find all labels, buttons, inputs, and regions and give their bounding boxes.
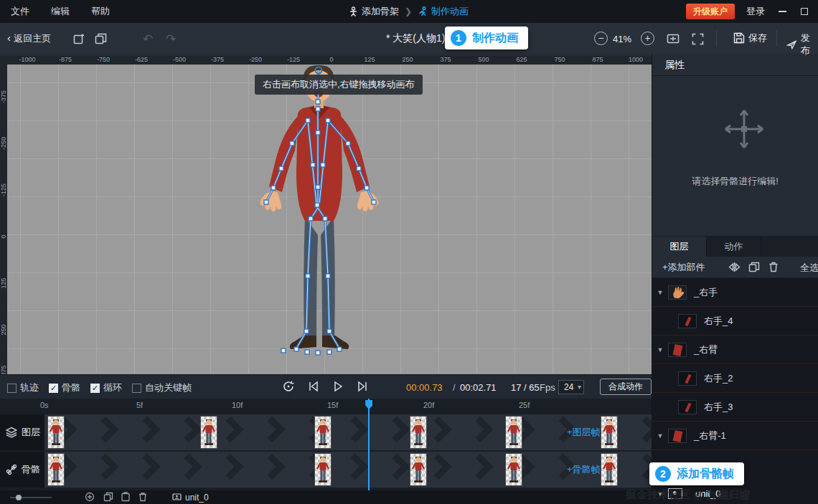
ruler-label: -750: [97, 56, 110, 63]
timeline-zoom-slider[interactable]: [10, 497, 52, 498]
maximize-icon: [801, 8, 808, 15]
toggle-bones[interactable]: 骨骼: [49, 381, 80, 394]
chevron-down-icon[interactable]: [652, 289, 668, 296]
add-part-button[interactable]: +添加部件: [662, 261, 705, 274]
back-home-button[interactable]: 返回主页: [7, 32, 51, 45]
zoom-in-icon[interactable]: +: [641, 32, 654, 45]
keyframe-thumbnail[interactable]: [601, 453, 618, 486]
add-bone-frame-button[interactable]: +骨骼帧: [567, 463, 601, 476]
step-add-skeleton-label: 添加骨架: [362, 5, 399, 18]
animation-canvas[interactable]: 右击画布取消选中,右键拖拽移动画布: [7, 65, 652, 374]
new-canvas-icon[interactable]: [72, 32, 86, 46]
fps-dropdown[interactable]: 24: [558, 380, 584, 394]
keyframe-thumbnail[interactable]: [47, 416, 65, 449]
menu-file[interactable]: 文件: [0, 0, 40, 23]
part-thumbnail-icon: [678, 400, 697, 414]
menu-edit[interactable]: 编辑: [40, 0, 80, 23]
fit-canvas-icon[interactable]: [666, 32, 680, 46]
character-figure[interactable]: [240, 65, 398, 360]
toolbar-divider: [716, 30, 717, 47]
layer-row-right-arm-1[interactable]: _右臂-1: [652, 422, 818, 450]
toolbar-divider: [776, 30, 777, 47]
time-current: 00:00.73: [406, 382, 443, 393]
checkbox[interactable]: [132, 384, 141, 393]
upgrade-account-button[interactable]: 升级账户: [686, 4, 735, 19]
redo-icon[interactable]: [164, 32, 178, 46]
step-make-animation[interactable]: 制作动画: [418, 5, 469, 18]
ruler-label: 10f: [232, 401, 243, 409]
delete-frame-icon[interactable]: [138, 492, 149, 503]
compose-action-button[interactable]: 合成动作: [600, 379, 652, 395]
restart-icon[interactable]: [282, 380, 296, 394]
part-thumbnail-icon: [678, 314, 697, 328]
minimize-button[interactable]: [772, 0, 792, 23]
paste-frame-icon[interactable]: [121, 492, 132, 503]
keyframe-thumbnail[interactable]: [505, 416, 522, 449]
maximize-button[interactable]: [794, 0, 814, 23]
playhead[interactable]: [368, 399, 370, 490]
ruler-corner: [0, 56, 7, 65]
toggle-auto-keyframe[interactable]: 自动关键帧: [132, 381, 192, 394]
previous-frame-icon[interactable]: [307, 380, 321, 394]
play-icon[interactable]: [332, 380, 346, 394]
layer-row-right-arm[interactable]: _右臂: [652, 336, 818, 364]
layer-row-right-hand[interactable]: _右手: [652, 278, 818, 307]
chevron-down-icon[interactable]: [652, 432, 668, 439]
undo-icon[interactable]: [141, 32, 155, 46]
checkbox[interactable]: [49, 384, 58, 393]
login-button[interactable]: 登录: [746, 0, 765, 23]
duplicate-canvas-icon[interactable]: [93, 32, 108, 46]
toggle-track[interactable]: 轨迹: [7, 381, 39, 394]
app-window: 文件 编辑 帮助 添加骨架 ❯ 制作动画 升级账户 登录 返回主页: [0, 0, 818, 504]
mirror-icon[interactable]: [728, 262, 741, 273]
minimize-icon: [779, 11, 786, 12]
keyframe-thumbnail[interactable]: [410, 416, 427, 449]
layer-row-child[interactable]: 右手_2: [652, 364, 818, 393]
keyframe-thumbnail[interactable]: [47, 453, 65, 486]
callout-label: 添加骨骼帧: [677, 467, 734, 482]
watermark: 掘金技术社区 @ 九幽归墟: [626, 488, 750, 502]
tab-layers[interactable]: 图层: [652, 237, 707, 257]
chevron-down-icon[interactable]: [652, 346, 668, 353]
keyframe-thumbnail[interactable]: [200, 416, 217, 449]
fullscreen-icon[interactable]: [690, 32, 705, 46]
save-button[interactable]: 保存: [733, 32, 767, 44]
toggle-loop[interactable]: 循环: [90, 381, 122, 394]
copy-frame-icon[interactable]: [103, 492, 115, 503]
delete-icon[interactable]: [768, 262, 781, 273]
layers-track[interactable]: [44, 414, 652, 450]
zoom-out-icon[interactable]: −: [594, 32, 608, 45]
duplicate-icon[interactable]: [748, 262, 761, 273]
layer-row-child[interactable]: 右手_3: [652, 393, 818, 422]
add-layer-frame-button[interactable]: +图层帧: [567, 426, 601, 439]
layer-row-child[interactable]: 右手_4: [652, 307, 818, 336]
bones-row-head[interactable]: 骨骼: [0, 452, 44, 488]
vertical-ruler: -375 -250 -125 0 125 250 375: [0, 65, 7, 374]
select-bone-hint: 请选择骨骼进行编辑!: [652, 175, 818, 188]
timeline-ruler[interactable]: 0s 5f 10f 15f 20f 25f: [0, 399, 652, 413]
checkbox[interactable]: [7, 384, 17, 393]
keyframe-thumbnail[interactable]: [314, 453, 332, 486]
next-frame-icon[interactable]: [356, 380, 370, 394]
bones-track[interactable]: [44, 452, 652, 488]
unit-tab[interactable]: unit_0: [172, 490, 209, 504]
arm-thumbnail-icon: [668, 429, 687, 443]
step-add-skeleton[interactable]: 添加骨架: [349, 5, 399, 18]
menu-help[interactable]: 帮助: [80, 0, 121, 23]
publish-button[interactable]: 发布: [786, 32, 818, 57]
ruler-label: -375: [0, 84, 7, 110]
keyframe-thumbnail[interactable]: [505, 453, 522, 486]
add-frame-icon[interactable]: [85, 492, 96, 503]
keyframe-thumbnail[interactable]: [410, 453, 427, 486]
keyframe-thumbnail[interactable]: [314, 416, 332, 449]
slider-knob[interactable]: [16, 495, 22, 500]
ruler-label: -125: [287, 56, 300, 63]
document-title: * 大笑(人物1): [386, 32, 445, 45]
layer-label: _右臂-1: [694, 429, 726, 442]
layers-row-head[interactable]: 图层: [0, 414, 44, 450]
select-all-button[interactable]: 全选: [800, 262, 818, 275]
checkbox[interactable]: [90, 384, 100, 393]
menubar: 文件 编辑 帮助 添加骨架 ❯ 制作动画 升级账户 登录: [0, 0, 818, 23]
tab-actions[interactable]: 动作: [707, 237, 761, 257]
keyframe-thumbnail[interactable]: [601, 416, 618, 449]
